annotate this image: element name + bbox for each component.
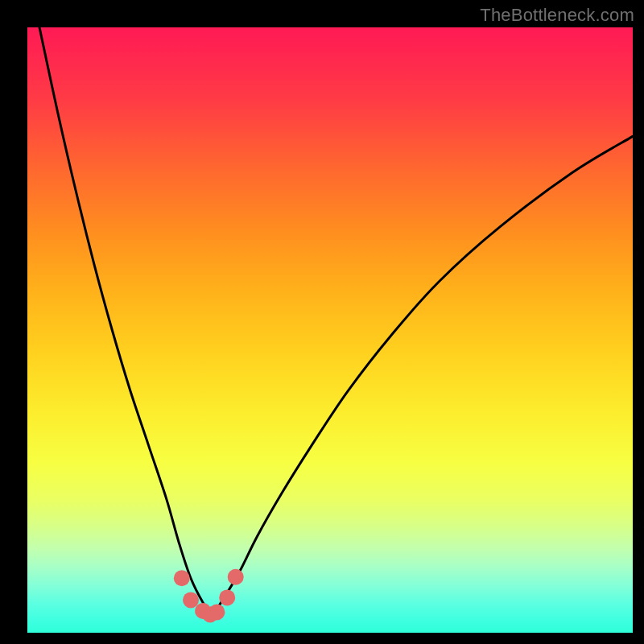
- marker-dot: [228, 569, 244, 585]
- marker-dot: [174, 570, 190, 586]
- marker-dot: [183, 592, 199, 608]
- marker-dot: [208, 604, 225, 620]
- chart-svg: [27, 27, 633, 633]
- watermark-label: TheBottleneck.com: [480, 5, 634, 26]
- plot-area: [27, 27, 633, 633]
- bottleneck-curve: [39, 27, 633, 614]
- marker-dot: [219, 589, 235, 605]
- figure-frame: TheBottleneck.com: [0, 0, 644, 644]
- curve-markers: [174, 569, 244, 623]
